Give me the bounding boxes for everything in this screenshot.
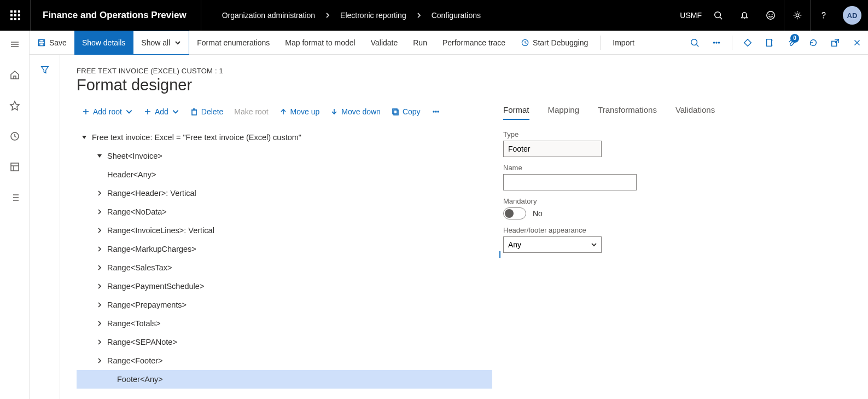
company-code[interactable]: USMF [680, 11, 702, 20]
popout-icon[interactable] [824, 31, 846, 31]
run-button[interactable]: Run [405, 31, 435, 31]
attachments-icon[interactable]: 0 [780, 31, 802, 31]
show-all-button[interactable]: Show all [133, 31, 189, 31]
svg-rect-5 [18, 14, 20, 16]
chevron-right-icon [416, 11, 422, 20]
app-launcher-icon[interactable] [0, 0, 31, 31]
more-icon[interactable] [706, 31, 727, 31]
help-icon[interactable] [810, 0, 836, 31]
chevron-right-icon [325, 11, 330, 20]
breadcrumb-item[interactable]: Organization administration [222, 11, 315, 20]
svg-rect-8 [18, 18, 20, 20]
svg-rect-1 [14, 10, 16, 13]
save-button[interactable]: Save [30, 31, 74, 31]
performance-trace-button[interactable]: Performance trace [435, 31, 513, 31]
refresh-icon[interactable] [802, 31, 824, 31]
gear-icon[interactable] [784, 0, 810, 31]
avatar[interactable]: AD [843, 6, 861, 25]
svg-rect-2 [18, 10, 20, 13]
map-format-button[interactable]: Map format to model [277, 31, 363, 31]
start-debugging-button[interactable]: Start Debugging [513, 31, 596, 31]
smiley-icon[interactable] [758, 0, 784, 31]
svg-point-12 [767, 11, 774, 19]
svg-point-13 [769, 14, 770, 15]
svg-point-9 [715, 12, 721, 18]
diamond-icon[interactable] [737, 31, 759, 31]
app-brand: Finance and Operations Preview [43, 0, 201, 31]
import-button[interactable]: Import [605, 31, 642, 31]
svg-rect-6 [10, 18, 13, 20]
page-search-icon[interactable] [684, 31, 706, 31]
search-icon[interactable] [705, 0, 731, 31]
breadcrumb: Organization administration Electronic r… [222, 11, 481, 20]
svg-rect-0 [10, 10, 13, 13]
svg-point-16 [823, 18, 824, 18]
breadcrumb-item[interactable]: Configurations [432, 11, 481, 20]
close-icon[interactable] [846, 31, 868, 31]
svg-point-15 [796, 14, 799, 16]
breadcrumb-item[interactable]: Electronic reporting [340, 11, 406, 20]
svg-rect-4 [14, 14, 16, 16]
bell-icon[interactable] [731, 0, 758, 31]
validate-button[interactable]: Validate [363, 31, 406, 31]
svg-rect-7 [14, 18, 16, 20]
format-enumerations-button[interactable]: Format enumerations [189, 31, 277, 31]
show-details-button[interactable]: Show details [74, 31, 133, 31]
svg-rect-3 [10, 14, 13, 16]
svg-line-10 [720, 18, 723, 20]
svg-point-14 [772, 14, 772, 15]
office-icon[interactable] [759, 31, 780, 31]
topbar: Finance and Operations Preview Organizat… [0, 0, 868, 31]
